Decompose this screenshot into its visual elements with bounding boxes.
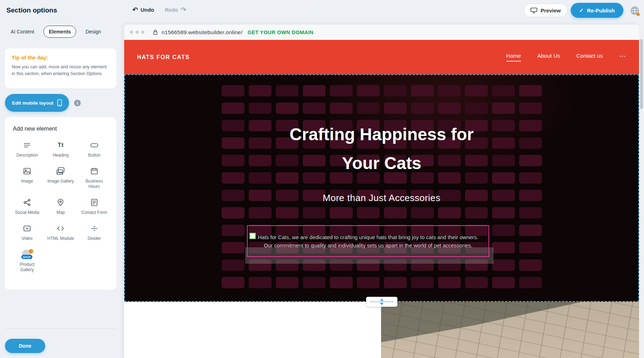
hero-tile <box>465 102 488 114</box>
element-item-heading[interactable]: Tt Heading <box>44 140 77 158</box>
address-bar-url[interactable]: n1566589.websitebuilder.online/ <box>162 29 243 36</box>
element-item-contact-form[interactable]: Contact Form <box>78 197 111 215</box>
hero-tile <box>492 85 515 96</box>
done-button[interactable]: Done <box>5 339 45 353</box>
hero-paragraph-line: Our commitment to quality and individual… <box>264 241 472 249</box>
hero-tile <box>303 207 326 219</box>
hero-tile <box>330 85 353 96</box>
contact-form-icon <box>90 197 99 208</box>
info-icon[interactable]: i <box>74 100 81 106</box>
business-hours-icon <box>90 166 99 177</box>
element-item-html-module[interactable]: HTML Module <box>44 223 77 241</box>
element-label: Divider <box>88 236 101 241</box>
site-header: HATS FOR CATS Home About Us Contact us ⋯ <box>124 40 639 74</box>
element-item-image-gallery[interactable]: Image Gallery <box>44 166 77 189</box>
element-label: Business Hours <box>80 179 109 189</box>
image-icon <box>23 166 31 177</box>
html-module-icon <box>56 223 65 234</box>
element-item-social-media[interactable]: Social Media <box>11 197 43 215</box>
hero-tile <box>411 207 434 219</box>
site-preview-window: n1566589.websitebuilder.online/ GET YOUR… <box>124 25 639 358</box>
hero-tile <box>492 277 515 288</box>
hero-tile <box>492 242 515 253</box>
tab-elements[interactable]: Elements <box>43 26 76 38</box>
hero-tile <box>330 277 353 288</box>
product-gallery-icon: ↑ SHOP <box>21 249 33 260</box>
tip-of-the-day-card: Tip of the day: Now you can add, move an… <box>5 48 116 88</box>
language-globe-button[interactable] <box>628 4 641 17</box>
hero-tile <box>330 207 353 219</box>
element-label: Video <box>22 236 32 241</box>
hero-tile <box>276 85 299 96</box>
tip-title: Tip of the day: <box>12 54 110 60</box>
nav-item-home[interactable]: Home <box>506 53 521 62</box>
hero-tile <box>303 102 326 114</box>
hero-tile <box>492 225 515 236</box>
scrollbar-thumb[interactable] <box>640 39 643 109</box>
element-label: Social Media <box>15 210 39 215</box>
add-element-title: Add new element <box>11 126 111 132</box>
element-item-product-gallery[interactable]: ↑ SHOP Product Gallery <box>11 249 43 273</box>
nav-item-contact-us[interactable]: Contact us <box>576 53 603 62</box>
tab-ai-content[interactable]: AI Content <box>6 26 39 37</box>
hero-tile <box>222 277 244 288</box>
arrow-up-icon <box>380 299 384 301</box>
divider-icon <box>90 223 99 234</box>
scrollbar[interactable] <box>639 21 644 358</box>
element-label: Contact Form <box>81 210 107 215</box>
element-item-business-hours[interactable]: Business Hours <box>78 166 111 189</box>
undo-label: Undo <box>141 7 154 13</box>
hero-section[interactable]: Crafting Happiness for Your Cats More th… <box>124 74 639 302</box>
element-grid: Description Tt Heading Button Image Imag… <box>11 140 111 273</box>
next-section-blank <box>124 302 381 358</box>
hero-tile <box>249 102 271 114</box>
arrow-down-icon <box>380 303 384 305</box>
republish-label: Re-Publish <box>587 7 615 14</box>
window-dot <box>141 31 144 34</box>
hero-tile <box>384 277 407 288</box>
resize-handle[interactable] <box>249 233 256 239</box>
shop-badge: SHOP <box>21 255 32 259</box>
get-your-own-domain-link[interactable]: GET YOUR OWN DOMAIN <box>248 30 313 35</box>
nav-more-button[interactable]: ⋯ <box>619 52 626 63</box>
site-logo[interactable]: HATS FOR CATS <box>137 54 190 60</box>
element-label: Heading <box>53 153 69 158</box>
pavement-photo <box>381 302 639 358</box>
hero-tile <box>438 85 461 96</box>
nav-item-about-us[interactable]: About Us <box>537 53 560 62</box>
hero-tile <box>249 85 271 96</box>
hero-tile <box>519 102 542 114</box>
hero-tile <box>249 277 271 288</box>
button-icon <box>90 140 99 151</box>
element-label: Map <box>57 210 65 215</box>
notification-dot <box>637 13 640 16</box>
shop-upgrade-dot: ↑ <box>29 249 33 253</box>
element-label: Product Gallery <box>12 262 42 273</box>
redo-button[interactable]: Redo ↷ <box>165 6 186 13</box>
page-title: Section options <box>6 6 57 14</box>
browser-chrome-bar: n1566589.websitebuilder.online/ GET YOUR… <box>124 25 639 40</box>
element-item-description[interactable]: Description <box>11 140 43 158</box>
element-item-video[interactable]: Video <box>11 223 43 241</box>
tab-design[interactable]: Design <box>80 26 106 37</box>
element-item-button[interactable]: Button <box>78 140 111 158</box>
element-item-map[interactable]: Map <box>44 197 77 215</box>
hero-tile <box>492 102 515 114</box>
hero-tile <box>222 259 244 271</box>
element-item-image[interactable]: Image <box>11 166 43 189</box>
edit-mobile-layout-button[interactable]: Edit mobile layout <box>5 94 69 112</box>
lock-icon <box>153 29 158 35</box>
element-item-divider[interactable]: Divider <box>78 223 111 241</box>
section-resize-handle[interactable] <box>366 297 397 307</box>
edit-mobile-label: Edit mobile layout <box>12 100 53 106</box>
preview-button[interactable]: Preview <box>524 4 568 17</box>
selected-text-element[interactable]: Hats for Cats, we are dedicated to craft… <box>247 225 489 257</box>
hero-tile <box>222 207 244 219</box>
hero-tile <box>330 102 353 114</box>
check-icon: ✓ <box>579 7 584 14</box>
hero-tile <box>519 259 542 271</box>
sidebar-tabs: AI Content Elements Design <box>6 26 106 38</box>
undo-button[interactable]: ↶ Undo <box>132 6 154 13</box>
hero-tile <box>222 102 244 114</box>
republish-button[interactable]: ✓ Re-Publish <box>571 3 623 18</box>
